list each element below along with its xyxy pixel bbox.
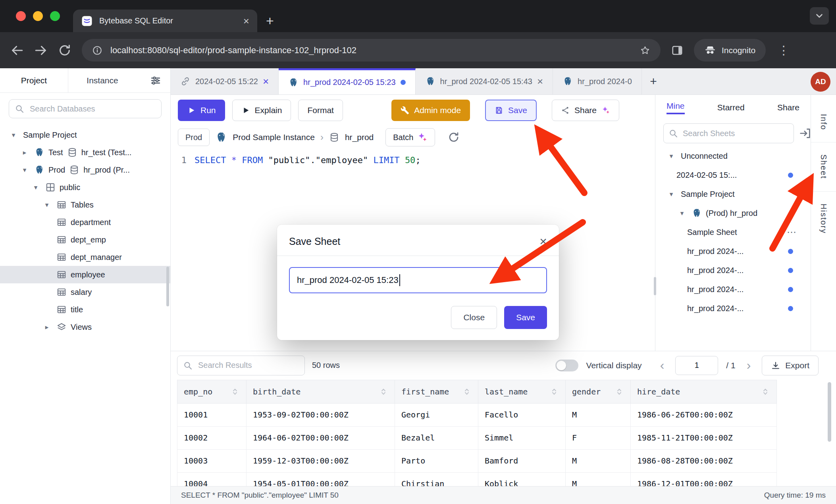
editor-tab-2024-02-05-15-22[interactable]: 2024-02-05 15:22× — [171, 68, 279, 94]
avatar[interactable]: AD — [811, 72, 830, 92]
db-tree-item-title[interactable]: title — [0, 301, 170, 318]
close-dialog-icon[interactable]: × — [539, 235, 547, 248]
database-search[interactable] — [9, 99, 162, 118]
chevron-right-icon[interactable]: ▸ — [41, 323, 52, 331]
sheet-item-8-hr-prod-2024[interactable]: hr_prod 2024-... — [655, 299, 811, 318]
column-header-birth-date[interactable]: birth_date — [247, 380, 395, 403]
more-menu-icon[interactable]: ⋯ — [787, 227, 797, 238]
results-search[interactable] — [177, 356, 305, 375]
db-tree-item-sample-project[interactable]: ▾Sample Project — [0, 126, 170, 144]
db-tree-item-tables[interactable]: ▾Tables — [0, 196, 170, 214]
side-panel-icon[interactable] — [671, 44, 684, 56]
sheet-item-2-sample-project[interactable]: ▾Sample Project — [655, 185, 811, 204]
admin-mode-button[interactable]: Admin mode — [391, 100, 470, 121]
run-button[interactable]: Run — [178, 100, 225, 121]
back-button[interactable] — [10, 44, 24, 57]
address-bar[interactable]: localhost:8080/sql-editor/prod-sample-in… — [82, 39, 661, 62]
db-tree-item-department[interactable]: department — [0, 214, 170, 231]
sheet-search[interactable] — [663, 123, 794, 143]
panel-resize-handle[interactable] — [654, 277, 656, 295]
chevron-down-icon[interactable]: ▾ — [666, 152, 677, 160]
chevron-down-icon[interactable]: ▾ — [676, 209, 688, 217]
database-name[interactable]: hr_prod — [345, 133, 374, 142]
chevron-down-icon[interactable]: ▾ — [19, 166, 30, 174]
results-search-input[interactable] — [197, 360, 299, 370]
new-browser-tab-button[interactable]: + — [266, 14, 274, 27]
sheet-item-1-2024-02-05-15[interactable]: 2024-02-05 15:... — [655, 165, 811, 185]
format-button[interactable]: Format — [298, 100, 343, 121]
reload-button[interactable] — [58, 44, 71, 57]
environment-badge[interactable]: Prod — [178, 129, 210, 146]
panel-tab-sheet[interactable]: Sheet — [811, 142, 836, 191]
db-tree-item-public[interactable]: ▾public — [0, 179, 170, 196]
panel-tab-info[interactable]: Info — [811, 102, 836, 142]
chevron-down-icon[interactable]: ▾ — [666, 190, 677, 198]
sheet-item-5-hr-prod-2024[interactable]: hr_prod 2024-... — [655, 242, 811, 261]
dialog-close-button[interactable]: Close — [451, 306, 497, 329]
tree-filter-button[interactable] — [150, 68, 162, 92]
editor-tab-hr-prod-2024-0[interactable]: hr_prod 2024-0 — [553, 68, 642, 94]
next-page-button[interactable]: › — [744, 358, 754, 373]
explain-button[interactable]: Explain — [232, 100, 291, 121]
column-header-gender[interactable]: gender — [566, 380, 631, 403]
db-tree-item-prod[interactable]: ▾Prodhr_prod (Pr... — [0, 161, 170, 179]
site-info-icon[interactable] — [92, 45, 102, 56]
close-browser-tab-icon[interactable]: × — [243, 16, 249, 26]
tab-project[interactable]: Project — [0, 68, 68, 92]
editor-tab-hr-prod-2024-02-05-15-23[interactable]: hr_prod 2024-02-05 15:23 — [279, 68, 415, 94]
db-tree-item-test[interactable]: ▸Testhr_test (Test... — [0, 144, 170, 161]
db-tree-item-employee[interactable]: employee — [0, 266, 170, 283]
instance-name[interactable]: Prod Sample Instance — [233, 133, 315, 142]
browser-tab[interactable]: Bytebase SQL Editor × — [73, 10, 257, 32]
share-button[interactable]: Share — [552, 100, 619, 121]
browser-menu-icon[interactable]: ⋮ — [778, 43, 790, 57]
sheet-search-input[interactable] — [682, 129, 789, 139]
db-tree-item-salary[interactable]: salary — [0, 283, 170, 301]
prev-page-button[interactable]: ‹ — [657, 358, 668, 373]
page-input[interactable] — [675, 356, 718, 375]
panel-tab-history[interactable]: History — [811, 192, 836, 246]
batch-button[interactable]: Batch — [385, 128, 435, 146]
tab-instance[interactable]: Instance — [68, 68, 137, 92]
editor-tab-hr-prod-2024-02-05-15-43[interactable]: hr_prod 2024-02-05 15:43× — [416, 68, 553, 94]
tab-share[interactable]: Share — [777, 103, 799, 112]
tab-mine[interactable]: Mine — [666, 101, 685, 114]
column-header-first-name[interactable]: first_name — [395, 380, 478, 403]
db-tree-item-dept-manager[interactable]: dept_manager — [0, 248, 170, 266]
db-tree-item-views[interactable]: ▸Views — [0, 318, 170, 336]
column-header-emp-no[interactable]: emp_no — [177, 380, 247, 403]
forward-button[interactable] — [34, 44, 48, 57]
close-tab-icon[interactable]: × — [263, 76, 269, 87]
chevron-down-icon[interactable]: ▾ — [41, 201, 52, 209]
database-search-input[interactable] — [29, 104, 156, 114]
tab-starred[interactable]: Starred — [717, 103, 745, 112]
collapse-sheet-panel-icon[interactable] — [799, 127, 811, 140]
sheet-item-3-prod-hr-prod[interactable]: ▾(Prod) hr_prod — [655, 204, 811, 223]
refresh-icon[interactable] — [448, 131, 460, 143]
sheet-item-4-sample-sheet[interactable]: Sample Sheet⋯ — [655, 223, 811, 242]
dialog-save-button[interactable]: Save — [504, 306, 547, 329]
close-tab-icon[interactable]: × — [537, 76, 543, 87]
bookmark-star-icon[interactable] — [640, 45, 650, 56]
sheet-item-0-unconnected[interactable]: ▾Unconnected — [655, 146, 811, 165]
sheet-name-input[interactable]: hr_prod 2024-02-05 15:23 — [289, 267, 547, 293]
chevron-down-icon[interactable]: ▾ — [30, 183, 41, 192]
export-button[interactable]: Export — [762, 356, 819, 375]
vertical-display-toggle[interactable] — [555, 360, 578, 371]
close-window-button[interactable] — [16, 11, 26, 21]
tab-search-menu-button[interactable] — [810, 7, 829, 25]
chevron-right-icon[interactable]: ▸ — [19, 148, 30, 157]
table-cell: Chirstian — [395, 472, 478, 486]
chevron-down-icon[interactable]: ▾ — [8, 131, 19, 139]
zoom-window-button[interactable] — [50, 11, 60, 21]
results-scrollbar[interactable] — [828, 382, 831, 442]
db-tree-item-dept-emp[interactable]: dept_emp — [0, 231, 170, 248]
sheet-item-7-hr-prod-2024[interactable]: hr_prod 2024-... — [655, 280, 811, 299]
new-sheet-tab-button[interactable]: + — [642, 68, 665, 94]
minimize-window-button[interactable] — [33, 11, 43, 21]
sheet-item-6-hr-prod-2024[interactable]: hr_prod 2024-... — [655, 261, 811, 280]
column-header-last-name[interactable]: last_name — [478, 380, 566, 403]
sidebar-scrollbar[interactable] — [166, 267, 169, 306]
save-button[interactable]: Save — [485, 100, 537, 121]
column-header-hire-date[interactable]: hire_date — [631, 380, 777, 403]
